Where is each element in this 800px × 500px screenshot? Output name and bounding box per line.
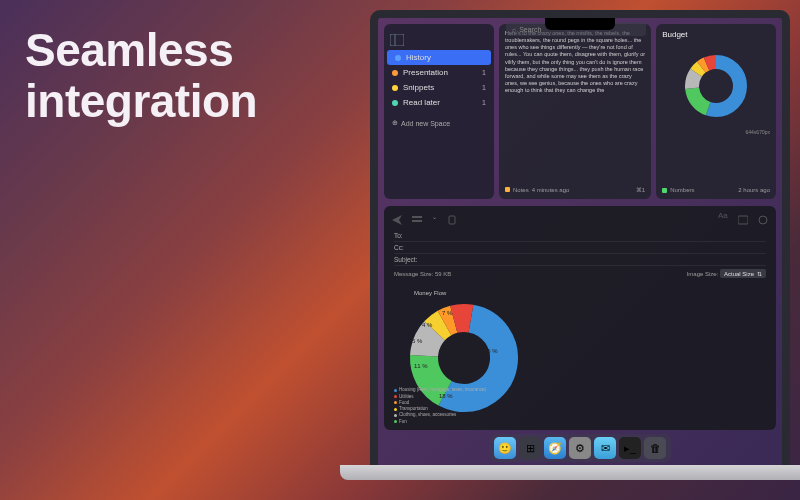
laptop-frame: History Presentation 1 Snippets 1 <box>370 10 800 490</box>
space-color-dot <box>392 70 398 76</box>
header-fields-icon[interactable] <box>412 211 422 221</box>
slice-label: 5 % <box>412 338 422 344</box>
display-notch <box>545 18 615 30</box>
svg-rect-0 <box>390 34 404 46</box>
send-icon[interactable] <box>392 211 402 221</box>
marketing-headline: Seamless integration <box>25 25 257 126</box>
sidebar-item-history[interactable]: History <box>387 50 491 65</box>
subject-field[interactable]: Subject: <box>394 254 766 266</box>
chart-legend: Housing (Rent, mortgage, taxes, insuranc… <box>394 387 486 425</box>
sidebar-item-label: Read later <box>403 98 440 107</box>
budget-chart-thumbnail <box>681 51 751 121</box>
search-icon: ⌕ <box>512 26 516 33</box>
sidebar-item-label: Snippets <box>403 83 434 92</box>
clipboard-card-budget[interactable]: Budget 644x670px <box>656 24 776 199</box>
image-dimensions: 644x670px <box>662 129 770 135</box>
dock-mail-icon[interactable]: ✉ <box>594 437 616 459</box>
macos-dock: 🙂 ⊞ 🧭 ⚙ ✉ ▸_ 🗑 <box>489 434 671 462</box>
item-count: 1 <box>482 99 486 106</box>
card-title: Budget <box>662 30 770 39</box>
sidebar-item-read-later[interactable]: Read later 1 <box>384 95 494 110</box>
dock-launchpad-icon[interactable]: ⊞ <box>519 437 541 459</box>
mail-header-fields: To: Cc: Subject: Message Size: 59 KB Ima… <box>384 226 776 285</box>
svg-rect-8 <box>412 216 422 218</box>
dock-terminal-icon[interactable]: ▸_ <box>619 437 641 459</box>
sidebar-item-label: Presentation <box>403 68 448 77</box>
item-count: 1 <box>482 84 486 91</box>
chart-title: Money Flow <box>414 290 766 296</box>
svg-rect-11 <box>738 216 748 224</box>
slice-label: 4 % <box>422 322 432 328</box>
sidebar-item-presentation[interactable]: Presentation 1 <box>384 65 494 80</box>
svg-rect-10 <box>449 216 455 224</box>
slice-label: 11 % <box>414 363 428 369</box>
card-metadata: Numbers 2 hours ago <box>662 187 770 193</box>
message-size-label: Message Size: 59 KB <box>394 271 451 277</box>
format-icon[interactable]: Aa <box>718 211 728 221</box>
dock-settings-icon[interactable]: ⚙ <box>569 437 591 459</box>
svg-rect-9 <box>412 220 422 222</box>
add-space-button[interactable]: ⊕ Add new Space <box>384 116 494 130</box>
sidebar-item-snippets[interactable]: Snippets 1 <box>384 80 494 95</box>
mail-compose-window: ⌄ Aa To: Cc: Subject: Message Size: 59 K… <box>384 206 776 430</box>
dock-finder-icon[interactable]: 🙂 <box>494 437 516 459</box>
note-text-preview: Here's to the crazy ones, the misfits, t… <box>505 30 645 94</box>
emoji-icon[interactable] <box>758 211 768 221</box>
space-color-dot <box>395 55 401 61</box>
mail-toolbar: ⌄ Aa <box>384 206 776 226</box>
cc-field[interactable]: Cc: <box>394 242 766 254</box>
image-size-select[interactable]: Actual Size ⇅ <box>720 269 766 278</box>
chevron-down-icon[interactable]: ⌄ <box>432 213 437 220</box>
photo-icon[interactable] <box>738 211 748 221</box>
item-count: 1 <box>482 69 486 76</box>
source-app-icon <box>505 187 510 192</box>
svg-point-12 <box>759 216 767 224</box>
dock-safari-icon[interactable]: 🧭 <box>544 437 566 459</box>
dock-trash-icon[interactable]: 🗑 <box>644 437 666 459</box>
source-app-icon <box>662 188 667 193</box>
plus-icon: ⊕ <box>392 119 398 127</box>
space-color-dot <box>392 100 398 106</box>
laptop-base <box>340 465 800 480</box>
space-color-dot <box>392 85 398 91</box>
chevron-updown-icon: ⇅ <box>757 270 762 277</box>
image-size-control: Image Size: Actual Size ⇅ <box>687 269 766 278</box>
spaces-sidebar: History Presentation 1 Snippets 1 <box>384 24 494 199</box>
keyboard-shortcut: ⌘1 <box>636 186 645 193</box>
card-metadata: Notes 4 minutes ago ⌘1 <box>505 186 645 193</box>
clipboard-card-notes[interactable]: ⌕ Search Here's to the crazy ones, the m… <box>499 24 651 199</box>
sidebar-item-label: History <box>406 53 431 62</box>
slice-label: 7 % <box>442 310 452 316</box>
attach-icon[interactable] <box>447 211 457 221</box>
slice-label: 55 % <box>484 348 498 354</box>
to-field[interactable]: To: <box>394 230 766 242</box>
mail-body[interactable]: Money Flow 55 % 18 % 11 % <box>384 285 776 430</box>
clipboard-app-window: History Presentation 1 Snippets 1 <box>384 24 776 199</box>
sidebar-toggle-icon[interactable] <box>390 32 404 44</box>
